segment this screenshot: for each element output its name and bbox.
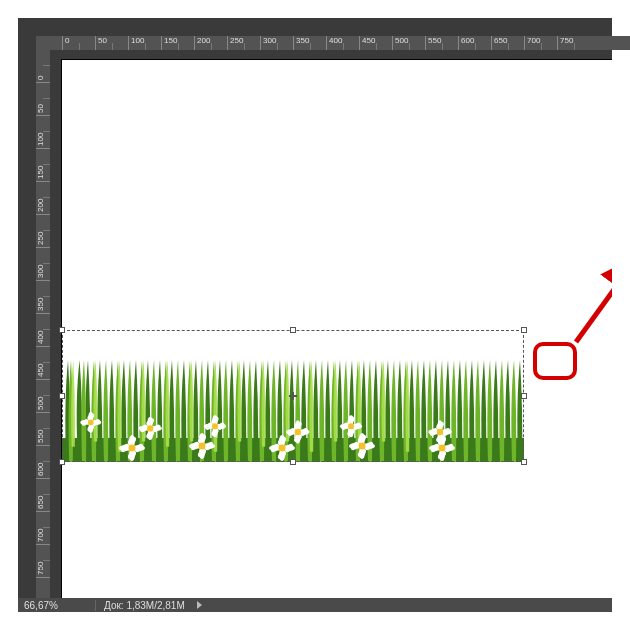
- zoom-level[interactable]: 66,67%: [18, 600, 96, 611]
- ruler-tick: 450: [359, 36, 392, 50]
- transform-handle-top-right[interactable]: [521, 327, 527, 333]
- ruler-corner: [36, 36, 62, 50]
- ruler-tick: 300: [260, 36, 293, 50]
- ruler-tick: 700: [36, 512, 50, 545]
- status-bar: 66,67% Док: 1,83M/2,81M: [18, 598, 612, 612]
- ruler-tick: 150: [161, 36, 194, 50]
- ruler-tick: 650: [36, 479, 50, 512]
- transform-center-icon[interactable]: [289, 392, 297, 400]
- free-transform-bounds[interactable]: [62, 330, 524, 462]
- ruler-tick: 400: [36, 314, 50, 347]
- ruler-tick: 350: [293, 36, 326, 50]
- transform-handle-bottom-right[interactable]: [521, 459, 527, 465]
- ruler-tick: 100: [128, 36, 161, 50]
- ruler-tick: 300: [36, 248, 50, 281]
- ruler-tick: 100: [36, 116, 50, 149]
- transform-handle-bottom-left[interactable]: [59, 459, 65, 465]
- ruler-tick: 450: [36, 347, 50, 380]
- ruler-tick: 200: [194, 36, 227, 50]
- ruler-tick: 700: [524, 36, 557, 50]
- flyout-triangle-icon[interactable]: [197, 601, 202, 609]
- ruler-tick: 750: [557, 36, 590, 50]
- transform-handle-middle-right[interactable]: [521, 393, 527, 399]
- transform-handle-top-left[interactable]: [59, 327, 65, 333]
- doc-label: Док:: [104, 600, 124, 611]
- ruler-tick: 0: [36, 50, 50, 83]
- ruler-tick: 600: [36, 446, 50, 479]
- ruler-tick: 150: [36, 149, 50, 182]
- doc-value: 1,83M/2,81M: [126, 600, 184, 611]
- ruler-tick: 750: [36, 545, 50, 578]
- photoshop-workspace: 0 50 100 150 200 250 300 350 400 450 500…: [18, 18, 612, 612]
- ruler-tick: 200: [36, 182, 50, 215]
- ruler-tick: 50: [95, 36, 128, 50]
- ruler-tick: 250: [36, 215, 50, 248]
- ruler-tick: 50: [36, 83, 50, 116]
- ruler-tick: 500: [392, 36, 425, 50]
- ruler-tick: 650: [491, 36, 524, 50]
- ruler-tick: 0: [62, 36, 95, 50]
- ruler-tick: 550: [425, 36, 458, 50]
- transform-handle-top-middle[interactable]: [290, 327, 296, 333]
- ruler-tick: 600: [458, 36, 491, 50]
- transform-handle-bottom-middle[interactable]: [290, 459, 296, 465]
- canvas-viewport[interactable]: [50, 50, 612, 598]
- ruler-vertical[interactable]: 0 50 100 150 200 250 300 350 400 450 500…: [36, 50, 50, 610]
- ruler-tick: 550: [36, 413, 50, 446]
- ruler-horizontal[interactable]: 0 50 100 150 200 250 300 350 400 450 500…: [62, 36, 630, 50]
- transform-handle-middle-left[interactable]: [59, 393, 65, 399]
- artboard[interactable]: [62, 60, 612, 598]
- ruler-tick: 500: [36, 380, 50, 413]
- document-size-readout[interactable]: Док: 1,83M/2,81M: [96, 600, 193, 611]
- ruler-tick: 250: [227, 36, 260, 50]
- ruler-tick: 400: [326, 36, 359, 50]
- ruler-tick: 350: [36, 281, 50, 314]
